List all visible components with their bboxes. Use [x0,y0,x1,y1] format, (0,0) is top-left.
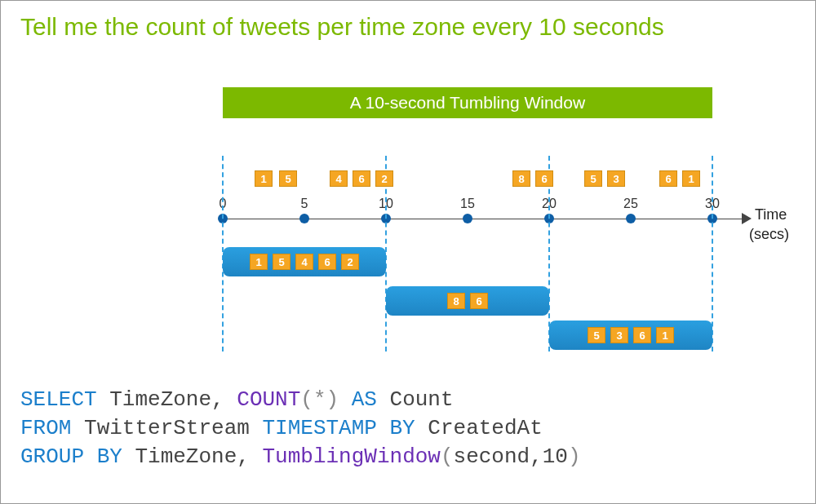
window-chip: 5 [273,254,290,270]
axis-arrowhead-icon [742,213,752,224]
tick-label: 25 [623,197,638,211]
tick-dot-icon [463,214,472,223]
window-chip: 3 [610,327,628,343]
kw-count: COUNT [237,387,300,412]
sql-createdat: CreatedAt [428,416,542,440]
event-box: 1 [682,170,700,187]
sql-line-3: GROUP BY TimeZone, TumblingWindow(second… [20,443,581,471]
event-box: 6 [535,170,553,187]
window-boundary-line [712,156,713,351]
kw-from: FROM [20,416,71,440]
kw-as: AS [352,387,377,412]
event-box: 2 [375,170,393,187]
sql-paren-close2: ) [568,444,581,469]
event-box: 6 [659,170,677,187]
sql-star: * [313,387,326,412]
event-box: 5 [279,170,297,187]
tumbling-window: 15462 [223,247,386,276]
sql-alias: Count [390,387,454,412]
window-chip: 5 [588,327,605,343]
window-chip: 1 [656,327,674,343]
sql-code-block: SELECT TimeZone, COUNT(*) AS Count FROM … [20,386,581,471]
tick-dot-icon [299,214,309,223]
tumbling-window: 86 [386,286,549,316]
diagram-area: Time (secs) 051015202530 15462865361 154… [223,139,794,384]
tick-label: 15 [460,197,475,211]
window-chip: 4 [295,254,313,270]
event-box: 4 [330,170,348,187]
kw-group: GROUP [20,444,84,469]
sql-line-1: SELECT TimeZone, COUNT(*) AS Count [20,386,581,414]
tumbling-window: 5361 [549,321,712,350]
event-box: 1 [255,170,273,187]
window-banner: A 10-second Tumbling Window [223,87,712,118]
event-box: 5 [584,170,602,187]
window-chip: 6 [633,327,651,343]
tick-dot-icon [626,214,636,223]
event-box: 3 [607,170,625,187]
sql-paren-close: ) [326,387,339,412]
event-box: 8 [512,170,530,187]
kw-timestampby: TIMESTAMP BY [262,416,415,440]
window-chip: 1 [250,254,268,270]
window-chip: 6 [470,293,488,309]
kw-by: BY [97,444,122,469]
sql-timezone2: TimeZone [135,444,237,469]
kw-select: SELECT [20,387,97,412]
window-chip: 2 [341,254,359,270]
sql-line-2: FROM TwitterStream TIMESTAMP BY CreatedA… [20,414,581,443]
sql-stream: TwitterStream [84,416,250,440]
sql-func: TumblingWindow [263,444,441,469]
event-box: 6 [353,170,370,187]
axis-label: Time [755,206,787,223]
page-title: Tell me the count of tweets per time zon… [1,1,815,41]
sql-args: second,10 [454,444,568,469]
window-chip: 8 [447,293,465,309]
window-chip: 6 [318,254,336,270]
sql-field-timezone: TimeZone [109,387,211,412]
axis-unit: (secs) [749,226,789,243]
sql-comma2: , [237,444,250,469]
sql-paren-open: ( [300,387,313,412]
sql-paren-open2: ( [441,444,454,469]
sql-comma: , [211,387,224,412]
tick-label: 5 [301,197,308,211]
